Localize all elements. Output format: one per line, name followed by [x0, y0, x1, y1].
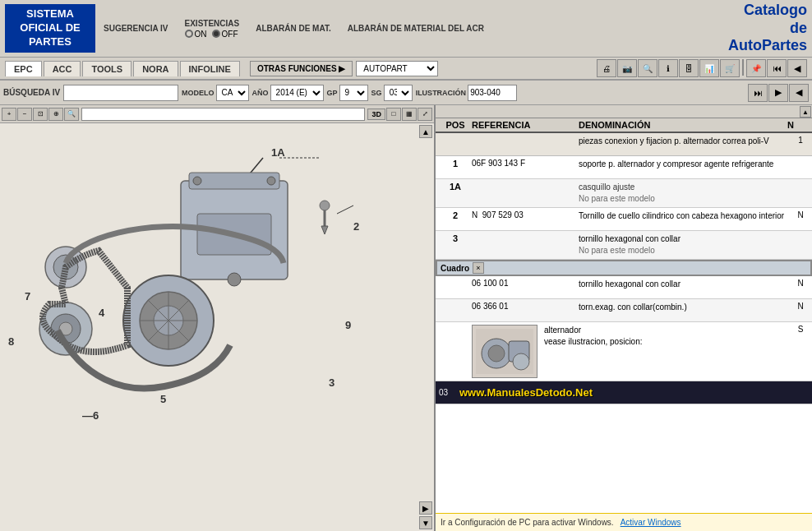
nav-icons-right: 🖨 📷 🔍 ℹ 🗄 📊 🛒 📌 ⏮ ◀	[597, 59, 807, 77]
zoom-in-icon[interactable]: +	[2, 108, 16, 121]
diagram-panel: + − ⊡ ⊕ 🔍 3D □ ▦ ⤢ ▲ 1A	[0, 105, 436, 531]
table-row[interactable]: 06 100 01 tornillo hexagonal con collar …	[436, 276, 812, 299]
col-num-header: N	[782, 120, 799, 130]
3d-button[interactable]: 3D	[367, 109, 385, 120]
top-bar: SISTEMA OFICIAL DE PARTES SUGERENCIA IV …	[0, 0, 812, 58]
cart-icon[interactable]: 🛒	[720, 59, 740, 77]
label-1a: 1A	[271, 146, 285, 159]
table-row[interactable]: alternadorvease ilustracion, posicion: S	[436, 322, 812, 381]
zoom-select-icon[interactable]: ⊕	[48, 108, 63, 121]
nav-next-next[interactable]: ⏭	[748, 84, 768, 102]
gp-select[interactable]: 9	[339, 85, 368, 101]
tab-acc[interactable]: ACC	[44, 61, 81, 76]
diagram-scroll-down[interactable]: ▼	[419, 516, 432, 529]
hscroll-up[interactable]: ▲	[800, 106, 811, 118]
search-diag-icon[interactable]: 🔍	[64, 108, 79, 121]
diagram-content: ▲ 1A 2 9 3	[0, 123, 434, 531]
label-3: 3	[329, 376, 334, 389]
sg-select[interactable]: 03	[384, 85, 413, 101]
otras-funciones-button[interactable]: OTRAS FUNCIONES ▶	[250, 61, 353, 76]
svg-point-4	[193, 177, 201, 185]
view-option2[interactable]: ▦	[402, 108, 417, 121]
autopart-select[interactable]: AUTOPART	[356, 61, 438, 76]
table-row[interactable]: 2 N 907 529 03 Tornillo de cuello cilind…	[436, 208, 812, 231]
top-info: SUGERENCIA IV EXISTENCIAS ON OFF	[104, 19, 720, 39]
tab-infoline[interactable]: INFOLINE	[180, 61, 240, 76]
nav-next[interactable]: ▶	[768, 84, 788, 102]
vscroll-placeholder	[799, 120, 809, 130]
pin-icon[interactable]: 📌	[746, 59, 766, 77]
logo: SISTEMA OFICIAL DE PARTES	[5, 4, 95, 53]
view-option1[interactable]: □	[386, 108, 401, 121]
tab-epc[interactable]: EPC	[5, 61, 42, 76]
table-row[interactable]: 06 366 01 torn.exag. con collar(combin.)…	[436, 299, 812, 322]
sep1	[742, 59, 744, 76]
svg-point-5	[267, 177, 275, 185]
database-icon[interactable]: 🗄	[679, 59, 699, 77]
diagram-toolbar: + − ⊡ ⊕ 🔍 3D □ ▦ ⤢	[0, 105, 434, 123]
modelo-select[interactable]: CA	[216, 85, 249, 101]
ilustracion-input[interactable]	[468, 85, 517, 101]
albaran-acr-label: ALBARÁN DE MATERIAL DEL ACR	[348, 24, 484, 33]
diagram-scroll-up[interactable]: ▲	[419, 125, 432, 138]
catalogo-title: Catalogo de AutoPartes	[728, 2, 807, 55]
url-row: 03 www.ManualesDetodo.Net	[436, 381, 812, 404]
table-row[interactable]: 1A casquillo ajusteNo para este modelo	[436, 179, 812, 208]
nav-back[interactable]: ◀	[789, 84, 809, 102]
ano-label: AÑO	[252, 89, 269, 97]
parts-list: piezas conexion y fijacion p. alternador…	[436, 133, 812, 513]
cuadro-close-btn[interactable]: ×	[473, 262, 484, 274]
table-row[interactable]: 1 06F 903 143 F soporte p. alternador y …	[436, 156, 812, 179]
activation-text: Ir a Configuración de PC para activar Wi…	[441, 518, 614, 527]
existencias-label: EXISTENCIAS	[185, 19, 240, 28]
zoom-out-icon[interactable]: −	[17, 108, 32, 121]
nav-prev[interactable]: ◀	[787, 59, 807, 77]
off-radio[interactable]: OFF	[212, 30, 238, 39]
activation-bar: Ir a Configuración de PC para activar Wi…	[436, 513, 812, 531]
parts-diagram-svg: 1A 2 9 3	[0, 123, 427, 427]
sg-label: SG	[371, 89, 382, 97]
label-2: 2	[353, 220, 359, 233]
svg-point-30	[513, 353, 529, 370]
albaran-mat-label: ALBARÁN DE MAT.	[256, 24, 330, 33]
info-icon[interactable]: ℹ	[658, 59, 678, 77]
parts-panel: ▲ POS REFERENCIA DENOMINACIÓN N piezas c…	[436, 105, 812, 531]
col-pos-header: POS	[439, 120, 472, 130]
alternator-group	[123, 275, 214, 366]
main-content: + − ⊡ ⊕ 🔍 3D □ ▦ ⤢ ▲ 1A	[0, 105, 812, 531]
activation-link[interactable]: Activar Windows	[621, 518, 681, 527]
parts-header: POS REFERENCIA DENOMINACIÓN N	[436, 118, 812, 133]
top-row1: SUGERENCIA IV EXISTENCIAS ON OFF	[104, 19, 720, 39]
expand-icon[interactable]: ⤢	[418, 108, 432, 121]
tab-bar: EPC ACC TOOLS NORA INFOLINE OTRAS FUNCIO…	[0, 58, 812, 81]
camera-icon[interactable]: 📷	[617, 59, 637, 77]
printer-icon[interactable]: 🖨	[597, 59, 616, 77]
tab-nora[interactable]: NORA	[133, 61, 178, 76]
table-row[interactable]: piezas conexion y fijacion p. alternador…	[436, 133, 812, 156]
table-row[interactable]: 3 tornillo hexagonal con collarNo para e…	[436, 231, 812, 260]
ilustracion-label: ILUSTRACIÓN	[416, 89, 467, 97]
zoom-fit-icon[interactable]: ⊡	[33, 108, 48, 121]
on-radio[interactable]: ON	[185, 30, 207, 39]
label-9: 9	[345, 319, 351, 331]
diagram-scroll-right[interactable]: ▶	[419, 501, 432, 515]
cuadro-label: Cuadro	[441, 264, 469, 273]
busqueda-input[interactable]	[63, 85, 178, 101]
on-radio-circle	[185, 30, 193, 38]
col-den-header: DENOMINACIÓN	[579, 120, 782, 130]
search-zoom-icon[interactable]: 🔍	[638, 59, 657, 77]
search-diag-input[interactable]	[81, 108, 365, 121]
nav-prev-prev[interactable]: ⏮	[767, 59, 787, 77]
ano-select[interactable]: 2014 (E)	[270, 85, 324, 101]
sg-group: SG 03	[371, 85, 413, 101]
existencias-radio: ON OFF	[185, 30, 240, 39]
modelo-group: MODELO CA	[182, 85, 249, 101]
gp-group: GP 9	[327, 85, 368, 101]
graph-icon[interactable]: 📊	[699, 59, 719, 77]
svg-point-6	[228, 273, 241, 286]
ilustracion-group: ILUSTRACIÓN	[416, 85, 518, 101]
modelo-label: MODELO	[182, 89, 215, 97]
off-radio-circle	[212, 30, 220, 38]
tab-tools[interactable]: TOOLS	[82, 61, 131, 76]
gp-label: GP	[327, 89, 338, 97]
